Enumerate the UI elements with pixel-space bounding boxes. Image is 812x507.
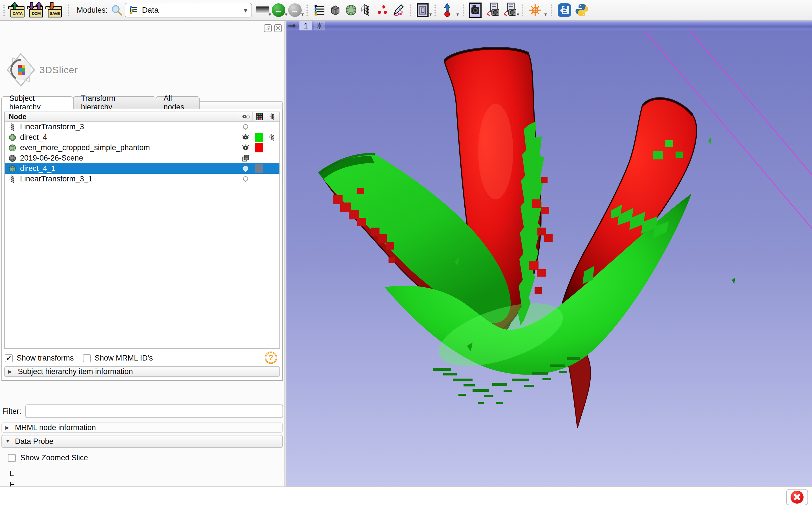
tree-row-lineartransform-3-1[interactable]: LinearTransform_3_1: [5, 174, 280, 184]
tree-row-direct-4-1[interactable]: direct_4_1: [5, 163, 280, 174]
layout-selector-button[interactable]: ▾: [416, 2, 430, 18]
toolbar-drag-handle[interactable]: [550, 4, 553, 16]
tree-row-direct-4[interactable]: direct_4: [5, 132, 280, 143]
save-folder-icon: SAVE: [47, 2, 63, 18]
transforms-module-button[interactable]: [360, 2, 373, 18]
visibility-toggle[interactable]: [239, 175, 252, 183]
chevron-down-icon: ▾: [301, 11, 304, 17]
toolbar-drag-handle[interactable]: [67, 4, 70, 16]
python-icon: [574, 3, 589, 17]
color-swatch[interactable]: [252, 164, 266, 173]
filter-input[interactable]: [26, 404, 283, 418]
load-data-folder-icon: DATA: [10, 2, 26, 18]
float-window-icon: [266, 26, 270, 31]
volumes-module-button[interactable]: [329, 2, 342, 18]
expanded-arrow-icon: ▼: [5, 439, 11, 444]
status-bar: [0, 487, 812, 507]
models-module-button[interactable]: [345, 2, 357, 18]
node-tree[interactable]: Node: [4, 112, 280, 349]
app-logo: 3DSlicer: [4, 53, 78, 87]
tree-row-scene[interactable]: 2019-06-26-Scene: [5, 153, 280, 163]
load-data-button[interactable]: DATA: [10, 2, 26, 18]
toolbar-drag-handle[interactable]: [521, 4, 524, 16]
tab-transform-hierarchy[interactable]: Transform hierarchy: [73, 96, 156, 109]
visibility-column-header[interactable]: [239, 112, 252, 121]
place-fiducial-icon: [441, 3, 453, 17]
chevron-down-icon: ▾: [244, 6, 248, 15]
visibility-toggle[interactable]: [239, 165, 252, 172]
eye-hidden-icon: [242, 165, 249, 172]
data-probe-section[interactable]: ▼ Data Probe: [1, 435, 283, 448]
mrml-node-information-section[interactable]: ▶ MRML node information: [1, 422, 283, 433]
color-column-header[interactable]: [252, 112, 266, 121]
pin-icon[interactable]: [288, 22, 298, 30]
load-dicom-button[interactable]: DCM: [29, 2, 44, 18]
threed-view-controller-bar[interactable]: 1: [287, 21, 812, 31]
tree-row-lineartransform-3[interactable]: LinearTransform_3: [5, 122, 280, 132]
save-button[interactable]: SAVE: [47, 2, 63, 18]
color-swatch[interactable]: [252, 133, 266, 142]
python-console-button[interactable]: [574, 2, 589, 18]
crosshair-button[interactable]: ▾: [528, 2, 542, 18]
scene-visibility-cell[interactable]: [239, 155, 252, 162]
show-transforms-checkbox[interactable]: ✓: [5, 354, 13, 362]
module-selector-combobox[interactable]: Data ▾: [124, 3, 252, 17]
node-column-header[interactable]: Node: [9, 113, 27, 121]
tree-header[interactable]: Node: [5, 112, 280, 122]
model-node-icon: [8, 144, 17, 152]
back-arrow-icon: ←: [272, 3, 285, 17]
check-icon: ✓: [6, 354, 11, 362]
toolbar-drag-handle[interactable]: [409, 4, 412, 16]
3d-model-render[interactable]: [287, 31, 812, 487]
toolbar-drag-handle[interactable]: [462, 4, 465, 16]
app-title: 3DSlicer: [40, 64, 78, 75]
help-button[interactable]: ?: [265, 351, 277, 364]
view-spin-button[interactable]: [313, 21, 325, 31]
module-history-forward-button[interactable]: → ▾: [288, 2, 302, 18]
transform-column-header[interactable]: [266, 112, 280, 121]
error-icon: [791, 491, 804, 504]
item-information-section[interactable]: ▶ Subject hierarchy item information: [4, 366, 280, 377]
tab-all-nodes[interactable]: All nodes: [156, 96, 200, 109]
show-transforms-label: Show transforms: [17, 354, 74, 362]
module-history-menu-button[interactable]: ▾: [256, 2, 269, 18]
extensions-manager-button[interactable]: [557, 2, 572, 18]
tree-row-even-more-cropped-simple-phantom[interactable]: even_more_cropped_simple_phantom: [5, 143, 280, 153]
question-icon: ?: [268, 353, 273, 362]
module-history-back-button[interactable]: ← ▾: [272, 2, 285, 18]
error-log-button[interactable]: [786, 489, 808, 505]
chevron-down-icon: ▾: [517, 11, 519, 17]
threed-view[interactable]: 1: [287, 21, 812, 487]
toolbar-drag-handle[interactable]: [434, 4, 437, 16]
collapsed-arrow-icon: ▶: [5, 425, 11, 431]
subject-hierarchy-module-button[interactable]: [313, 2, 326, 18]
toolbar-drag-handle[interactable]: [3, 4, 6, 16]
data-probe-label: Data Probe: [15, 437, 54, 446]
editor-module-button[interactable]: [392, 2, 405, 18]
chevron-down-icon: ▾: [456, 11, 459, 17]
visibility-toggle[interactable]: [239, 123, 252, 131]
toolbar-drag-handle[interactable]: [306, 4, 309, 16]
module-search-icon[interactable]: [110, 4, 123, 16]
color-swatch[interactable]: [252, 143, 266, 152]
transform-cell[interactable]: [266, 133, 280, 142]
tab-subject-hierarchy[interactable]: Subject hierarchy: [1, 96, 73, 109]
chevron-down-icon: ▾: [269, 11, 271, 17]
visibility-toggle[interactable]: [239, 144, 252, 152]
visibility-toggle[interactable]: [239, 134, 252, 141]
annotations-module-button[interactable]: [376, 2, 389, 18]
close-icon: [276, 26, 280, 31]
show-zoomed-slice-checkbox[interactable]: [8, 454, 16, 462]
green-up-arrow-icon: [10, 2, 19, 10]
slicer-logo-icon: [4, 53, 38, 87]
close-panel-button[interactable]: [274, 24, 282, 32]
place-markup-button[interactable]: ▾: [441, 2, 453, 18]
screenshot-button[interactable]: [469, 2, 483, 18]
panel-viewport-splitter[interactable]: [284, 21, 287, 487]
scene-view-capture-button[interactable]: [486, 2, 500, 18]
show-mrml-ids-checkbox[interactable]: [83, 354, 91, 362]
scene-view-restore-button[interactable]: ▾: [503, 2, 517, 18]
undock-panel-button[interactable]: [264, 24, 272, 32]
chevron-down-icon: ▾: [429, 11, 432, 17]
crosshair-icon: [528, 3, 542, 17]
